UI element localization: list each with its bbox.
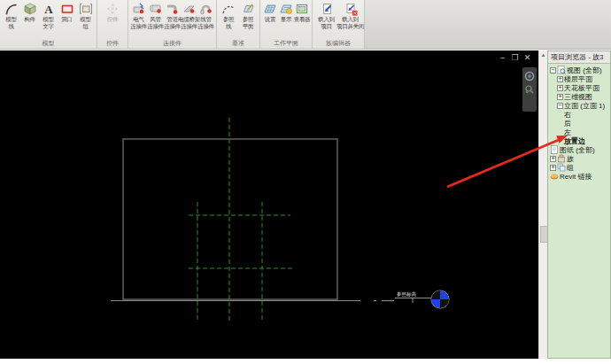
collapse-icon[interactable]: −: [550, 67, 556, 74]
tree-item[interactable]: 右: [548, 110, 610, 119]
ribbon-empty-area: [365, 0, 611, 49]
wp-set-button[interactable]: 设置: [262, 1, 278, 38]
expand-icon[interactable]: +: [557, 76, 563, 82]
ref-plane-icon: [241, 2, 255, 16]
ref-line-button[interactable]: 参照线: [219, 1, 238, 38]
ribbon-button-label: 连接件: [130, 23, 147, 30]
load-project-button[interactable]: 载入到项目: [314, 1, 338, 38]
ribbon-button-label: 组: [82, 23, 88, 30]
ribbon-button-label: 项目并关闭: [336, 23, 364, 30]
tree-item[interactable]: +楼层平面: [548, 74, 610, 83]
navigation-bar: [522, 67, 537, 112]
close-button[interactable]: ✕: [523, 53, 531, 62]
ribbon-button-label: 平面: [243, 23, 253, 30]
extrusion-profile-rectangle[interactable]: [123, 139, 337, 299]
ribbon-panel-label: 工作平面: [260, 38, 312, 49]
ribbon-button-label: 查看器: [294, 16, 311, 23]
elec-connector-icon: [132, 2, 146, 16]
expand-icon[interactable]: +: [550, 156, 556, 162]
ribbon-panel-label: 基准: [217, 38, 259, 49]
ribbon-panel: 载入到项目载入到项目并关闭族编辑器: [313, 0, 365, 49]
tree-item[interactable]: +组: [548, 163, 610, 172]
ribbon-button-label: 管道: [166, 16, 177, 23]
control-button[interactable]: 控件: [99, 1, 126, 38]
ribbon-button-label: 线: [226, 23, 231, 30]
level-head-icon[interactable]: [431, 290, 449, 308]
tree-item[interactable]: −视图 (全部): [548, 66, 610, 74]
tree-item[interactable]: −立面 (立面 1): [548, 101, 610, 110]
tree-item-selected[interactable]: 放置边: [548, 136, 610, 145]
drawing-canvas[interactable]: 参照标高 –❐✕: [0, 50, 538, 359]
ribbon-panel: 参照线参照平面基准: [217, 0, 260, 49]
opening-icon: [60, 2, 74, 16]
collapse-icon[interactable]: −: [557, 103, 563, 109]
ribbon-panel: 电气连接件风管连接件管道连接件电缆桥架连接件线管连接件连接件: [128, 0, 217, 49]
pipe-connector-icon: [166, 2, 180, 16]
cable-tray-connector-button[interactable]: 电缆桥架连接件: [181, 1, 197, 38]
tree-item[interactable]: 左: [548, 128, 610, 136]
scroll-up-icon[interactable]: ▲: [539, 51, 547, 59]
ribbon-button-label: 模型: [5, 16, 16, 23]
wp-viewer-button[interactable]: 查看器: [294, 1, 310, 38]
duct-connector-icon: [149, 2, 163, 16]
zoom-icon[interactable]: [524, 84, 535, 95]
model-group-button[interactable]: 模型组: [76, 1, 95, 38]
family-icon: [557, 154, 566, 163]
expand-icon[interactable]: +: [550, 165, 556, 171]
tree-item[interactable]: +族: [548, 154, 610, 163]
view-window-controls: –❐✕: [499, 52, 531, 63]
component-button[interactable]: 构件: [20, 1, 39, 38]
ribbon-button-label: 构件: [24, 16, 35, 23]
minimize-button[interactable]: –: [499, 53, 507, 62]
model-line-icon: [4, 2, 19, 16]
tree-item[interactable]: Revit 链接: [548, 172, 610, 181]
reference-planes[interactable]: [189, 118, 294, 321]
restore-button[interactable]: ❐: [511, 53, 519, 62]
ref-line-icon: [221, 2, 236, 16]
tree-item[interactable]: +三维视图: [548, 92, 610, 101]
ribbon-panel-label: 连接件: [128, 38, 216, 49]
ribbon-button-label: 连接件: [181, 23, 197, 30]
ribbon-button-label: 参照: [223, 16, 234, 23]
opening-button[interactable]: 洞口: [58, 1, 76, 38]
load-project-icon: [320, 2, 334, 16]
svg-text:A: A: [44, 3, 53, 16]
elec-connector-button[interactable]: 电气连接件: [130, 1, 147, 38]
ribbon-button-label: 洞口: [61, 16, 72, 23]
steering-wheel-icon[interactable]: [524, 71, 535, 81]
tree-item-label: Revit 链接: [560, 172, 592, 182]
tree-item[interactable]: 图纸 (全部): [548, 145, 610, 154]
ribbon-button-label: 载入到: [342, 16, 359, 23]
tree-item[interactable]: 后: [548, 119, 610, 128]
ref-plane-button[interactable]: 参照平面: [238, 1, 258, 38]
model-line-button[interactable]: 模型线: [2, 1, 20, 38]
project-browser-panel: 项目浏览器 - 族3 −视图 (全部)+楼层平面+天花板平面+三维视图−立面 (…: [547, 50, 611, 359]
ribbon: 模型线构件A模型文字洞口模型组模型控件控件电气连接件风管连接件管道连接件电缆桥架…: [0, 0, 611, 50]
model-group-icon: [79, 2, 93, 16]
cable-tray-connector-icon: [182, 2, 197, 16]
ribbon-panel-label: 控件: [97, 38, 128, 49]
ribbon-button-label: 连接件: [164, 23, 181, 30]
wp-viewer-icon: [295, 2, 309, 16]
group-icon: [557, 163, 566, 172]
ribbon-panel: 控件控件: [97, 0, 128, 49]
ribbon-button-label: 文字: [43, 23, 53, 30]
ribbon-button-label: 线: [8, 23, 13, 30]
conduit-connector-icon: [199, 2, 213, 16]
wp-show-button[interactable]: 显示: [278, 1, 294, 38]
expand-icon[interactable]: +: [557, 94, 563, 100]
duct-connector-button[interactable]: 风管连接件: [147, 1, 164, 38]
conduit-connector-button[interactable]: 线管连接件: [197, 1, 214, 38]
load-close-button[interactable]: 载入到项目并关闭: [338, 1, 362, 38]
views-icon: [557, 66, 566, 74]
model-text-button[interactable]: A模型文字: [39, 1, 58, 38]
wp-set-icon: [263, 2, 277, 16]
ribbon-button-label: 设置: [265, 16, 275, 23]
tree-item[interactable]: +天花板平面: [548, 83, 610, 92]
canvas-scrollbar[interactable]: ▲: [538, 50, 547, 359]
expand-icon[interactable]: +: [557, 85, 563, 91]
ribbon-button-label: 连接件: [197, 23, 214, 30]
ribbon-button-label: 控件: [107, 16, 118, 23]
ribbon-button-label: 载入到: [318, 16, 335, 23]
project-browser-title: 项目浏览器 - 族3: [548, 51, 610, 64]
